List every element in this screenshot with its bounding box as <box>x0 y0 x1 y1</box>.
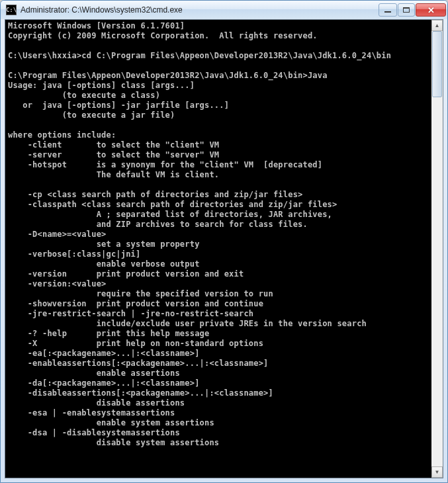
scrollbar-track[interactable] <box>431 31 443 466</box>
minimize-icon <box>384 11 391 13</box>
client-area: Microsoft Windows [Version 6.1.7601] Cop… <box>5 19 443 478</box>
close-button[interactable]: ✕ <box>416 3 446 17</box>
chevron-down-icon: ▼ <box>435 469 440 475</box>
close-icon: ✕ <box>427 6 435 15</box>
window-frame: C:\ Administrator: C:\Windows\system32\c… <box>0 0 448 483</box>
console-output[interactable]: Microsoft Windows [Version 6.1.7601] Cop… <box>5 20 431 478</box>
window-controls: ✕ <box>379 3 446 17</box>
vertical-scrollbar[interactable]: ▲ ▼ <box>431 20 443 478</box>
cmd-icon: C:\ <box>6 5 17 15</box>
window-title: Administrator: C:\Windows\system32\cmd.e… <box>21 5 376 15</box>
minimize-button[interactable] <box>379 3 397 17</box>
scroll-up-button[interactable]: ▲ <box>431 20 443 31</box>
scroll-down-button[interactable]: ▼ <box>431 466 443 478</box>
chevron-up-icon: ▲ <box>435 22 440 28</box>
maximize-button[interactable] <box>398 3 415 17</box>
scrollbar-thumb[interactable] <box>432 31 442 97</box>
titlebar[interactable]: C:\ Administrator: C:\Windows\system32\c… <box>1 1 447 19</box>
maximize-icon <box>403 7 410 13</box>
